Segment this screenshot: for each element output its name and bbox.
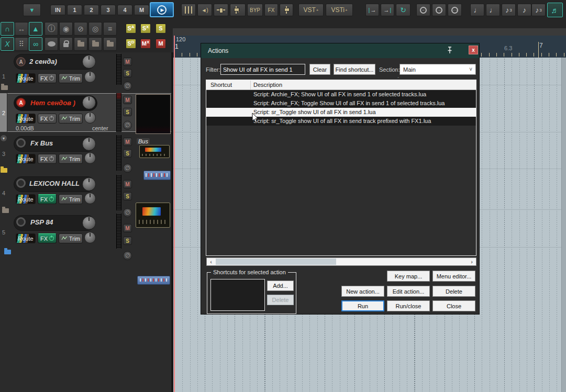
pan-readout[interactable]: center xyxy=(92,125,108,131)
master-mute-button[interactable]: ◄) xyxy=(197,4,212,16)
grid-quarter-note-button[interactable]: ♩ xyxy=(486,4,500,16)
tab-1[interactable]: 1 xyxy=(67,5,82,15)
unmute-all-button[interactable]: MX xyxy=(140,39,151,49)
vertical-scrollbar[interactable] xyxy=(561,58,566,392)
collapse-folder-button[interactable]: ▼ xyxy=(1,135,7,141)
fx-button[interactable]: FX xyxy=(38,114,57,124)
shortcut-listbox[interactable] xyxy=(210,279,265,311)
grid-triplet-quarter-button[interactable]: ♪3 xyxy=(502,4,516,16)
volume-knob[interactable] xyxy=(84,193,96,204)
pan-knob[interactable] xyxy=(82,216,96,230)
mute-button[interactable]: M xyxy=(123,138,132,146)
volume-knob[interactable] xyxy=(84,152,96,164)
folder-icon-yellow[interactable] xyxy=(1,168,7,173)
small-fader-button[interactable] xyxy=(280,4,293,16)
unsolo-all-button[interactable]: SX xyxy=(140,24,151,33)
action-row[interactable]: Script: Archie_FX; Toggle Show UI of all… xyxy=(206,99,476,108)
zoom-to-cursor-button[interactable]: → xyxy=(432,4,446,16)
track-fx-thumbnail[interactable] xyxy=(136,94,171,134)
mixer-button[interactable] xyxy=(181,4,196,16)
tab-m[interactable]: M xyxy=(134,5,149,15)
action-row[interactable]: Script: Archie_FX; Show UI of all FX in … xyxy=(206,90,476,99)
pan-knob[interactable] xyxy=(82,55,96,69)
folder-up-button[interactable] xyxy=(103,37,117,51)
horizontal-scrollbar[interactable]: ‹ › xyxy=(206,257,476,266)
solo-button[interactable]: S xyxy=(123,69,132,77)
delete-action-button[interactable]: Delete xyxy=(432,286,475,297)
grid-settings-button[interactable]: ⠿ xyxy=(15,37,28,51)
window-titlebar[interactable]: Actions xyxy=(201,43,479,58)
mute-button[interactable]: M xyxy=(156,39,166,49)
move-right-to-bar-button[interactable]: →| xyxy=(381,4,394,16)
tab-3[interactable]: 3 xyxy=(101,5,116,15)
folder-icon-blue[interactable] xyxy=(4,250,11,254)
solo-all-button[interactable]: SA xyxy=(126,24,136,33)
track-record-badge[interactable] xyxy=(16,138,26,148)
pin-icon[interactable] xyxy=(447,47,453,54)
menu-editor-button[interactable]: Menu editor... xyxy=(432,271,475,282)
fx-toolbar-button[interactable]: FX xyxy=(264,4,278,16)
column-description[interactable]: Description xyxy=(253,82,282,88)
tempo-marker[interactable]: 120 xyxy=(176,36,185,42)
mute-button[interactable]: M xyxy=(123,224,132,232)
action-list[interactable]: Shortcut Description ˆ Script: Archie_FX… xyxy=(206,80,476,256)
track-manager-button[interactable]: ≡ xyxy=(103,22,117,36)
grid-half-note-button[interactable]: ♩ xyxy=(470,4,484,16)
show-items-button[interactable]: ◎ xyxy=(88,22,102,36)
zoom-all-button[interactable]: ⋯ xyxy=(448,4,462,16)
mute-button[interactable]: M xyxy=(123,58,132,66)
grid-triplet-eighth-button[interactable]: ♪3 xyxy=(531,4,546,16)
column-shortcut[interactable]: Shortcut xyxy=(210,82,232,88)
hfader-button[interactable] xyxy=(214,4,228,16)
folder-open-button[interactable] xyxy=(88,37,102,51)
fx-button-enabled[interactable]: FX xyxy=(38,194,57,204)
fx-button[interactable]: FX xyxy=(38,73,57,83)
clear-button[interactable]: Clear xyxy=(309,64,330,75)
solo-button[interactable]: S xyxy=(123,237,132,245)
track-record-badge[interactable] xyxy=(16,217,26,227)
phase-button[interactable]: ∅ xyxy=(123,164,132,173)
mute-button[interactable]: M xyxy=(123,180,132,188)
solo-button[interactable]: S xyxy=(156,24,166,33)
new-action-button[interactable]: New action... xyxy=(341,286,384,297)
route-button[interactable]: Route xyxy=(16,154,36,164)
show-focus-button[interactable]: ◉ xyxy=(59,22,73,36)
loop-button[interactable]: ↻ xyxy=(396,4,410,16)
volume-readout[interactable]: 0.00dB xyxy=(16,125,34,131)
phase-button[interactable]: ∅ xyxy=(123,82,132,91)
pan-knob[interactable] xyxy=(82,137,96,151)
tab-4[interactable]: 4 xyxy=(117,5,132,15)
bypass-button[interactable]: BYP xyxy=(247,4,263,16)
toolbar-dropdown-button[interactable]: ▼ xyxy=(23,4,41,16)
action-row[interactable]: Script: sr_Toggle show UI of all FX in s… xyxy=(206,117,476,126)
trim-button[interactable]: Trim xyxy=(59,154,83,164)
solo-defeat-button[interactable]: SD xyxy=(126,39,136,49)
pan-knob[interactable] xyxy=(82,177,96,191)
route-button[interactable]: Route xyxy=(16,233,36,243)
add-shortcut-button[interactable]: Add... xyxy=(267,281,294,291)
folder-icon[interactable] xyxy=(2,208,9,213)
envelope-link-button[interactable]: ∞ xyxy=(29,37,42,51)
trim-button[interactable]: Trim xyxy=(59,194,83,204)
route-button[interactable]: Route xyxy=(16,73,36,83)
volume-knob[interactable] xyxy=(84,232,96,243)
grid-eighth-note-button[interactable]: ♪ xyxy=(517,4,531,16)
scrollbar-thumb[interactable] xyxy=(216,259,336,265)
run-close-button[interactable]: Run/close xyxy=(387,300,430,311)
track-fx-thumbnail[interactable] xyxy=(136,203,170,228)
key-map-button[interactable]: Key map... xyxy=(387,271,430,282)
list-header[interactable]: Shortcut Description ˆ xyxy=(206,80,476,90)
solo-button[interactable]: S xyxy=(123,108,132,116)
trim-button[interactable]: Trim xyxy=(59,233,83,243)
vsti-button[interactable]: VSTi+ xyxy=(326,4,353,16)
trim-button[interactable]: Trim xyxy=(59,73,83,83)
crossfade-toggle-button[interactable]: X xyxy=(1,37,14,51)
mute-button[interactable]: M xyxy=(123,96,132,104)
vfader-updown-button[interactable]: ↕ xyxy=(230,4,246,16)
grid-sixteenth-note-button-active[interactable]: ♬ xyxy=(547,3,563,17)
track-name[interactable]: PSP 84 xyxy=(30,218,53,226)
vst-button[interactable]: VST+ xyxy=(298,4,324,16)
panel-divider[interactable] xyxy=(171,52,173,392)
pan-knob[interactable] xyxy=(82,96,96,109)
track-record-badge-armed[interactable]: A xyxy=(16,98,26,107)
